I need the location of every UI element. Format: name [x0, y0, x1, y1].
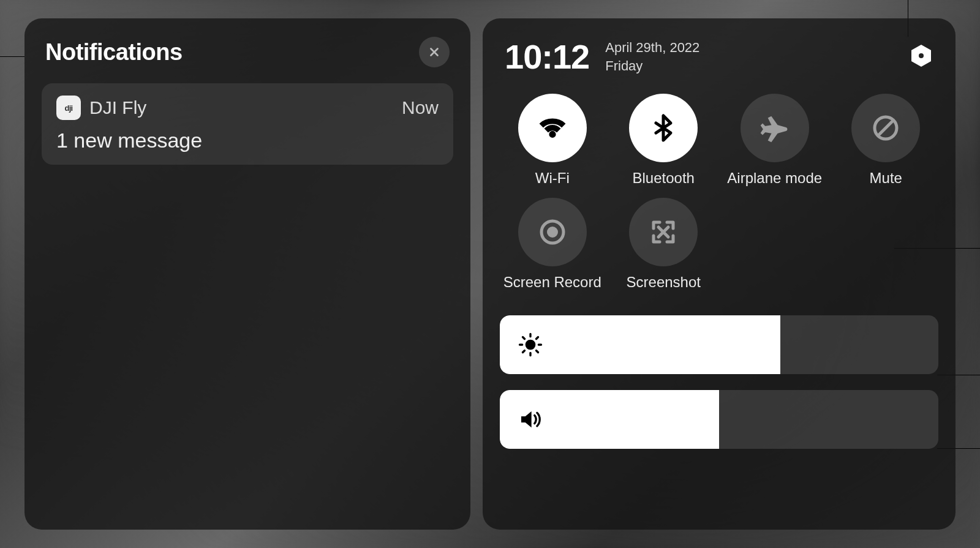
settings-hex-icon[interactable] — [909, 43, 933, 70]
volume-icon — [518, 407, 543, 432]
notification-app-icon: dji — [56, 96, 81, 120]
bluetooth-icon — [649, 113, 678, 143]
toggle-screen-record[interactable]: Screen Record — [500, 198, 605, 291]
notification-app-name: DJI Fly — [89, 97, 146, 118]
toggle-mute[interactable]: Mute — [834, 94, 939, 187]
airplane-icon — [760, 113, 790, 143]
notification-card[interactable]: dji DJI Fly Now 1 new message — [42, 83, 453, 165]
svg-line-3 — [878, 121, 893, 135]
clock-time: 10:12 — [505, 37, 589, 77]
toggle-label: Airplane mode — [727, 170, 822, 187]
toggle-label: Screenshot — [627, 274, 701, 291]
volume-slider[interactable] — [500, 390, 938, 449]
mute-icon — [871, 113, 900, 143]
clear-notifications-button[interactable] — [419, 37, 450, 67]
toggle-wifi[interactable]: Wi-Fi — [500, 94, 605, 187]
screenshot-icon — [649, 217, 678, 247]
notification-time: Now — [402, 97, 439, 118]
toggle-bluetooth[interactable]: Bluetooth — [611, 94, 717, 187]
svg-line-13 — [523, 351, 525, 353]
wifi-icon — [538, 113, 567, 143]
svg-point-1 — [919, 53, 924, 58]
record-icon — [538, 217, 567, 247]
svg-line-14 — [537, 337, 538, 339]
toggle-airplane[interactable]: Airplane mode — [722, 94, 827, 187]
toggle-label: Bluetooth — [633, 170, 695, 187]
clock-date-line2: Friday — [605, 57, 699, 75]
brightness-slider[interactable] — [500, 315, 938, 374]
brightness-icon — [518, 332, 543, 357]
svg-point-5 — [548, 227, 557, 237]
toggle-screenshot[interactable]: Screenshot — [611, 198, 717, 291]
svg-line-12 — [537, 351, 538, 353]
svg-line-11 — [523, 337, 525, 339]
clock-date: April 29th, 2022 Friday — [605, 39, 699, 75]
notifications-title: Notifications — [45, 39, 183, 66]
toggle-label: Screen Record — [503, 274, 601, 291]
close-icon — [428, 45, 441, 59]
svg-point-6 — [526, 340, 536, 350]
clock-date-line1: April 29th, 2022 — [605, 39, 699, 57]
notification-body: 1 new message — [56, 129, 439, 152]
quick-settings-panel: 10:12 April 29th, 2022 Friday Wi-Fi Blue — [483, 18, 956, 530]
toggle-label: Mute — [870, 170, 902, 187]
toggle-label: Wi-Fi — [535, 170, 570, 187]
notifications-panel: Notifications dji DJI Fly Now 1 new mess… — [24, 18, 470, 530]
